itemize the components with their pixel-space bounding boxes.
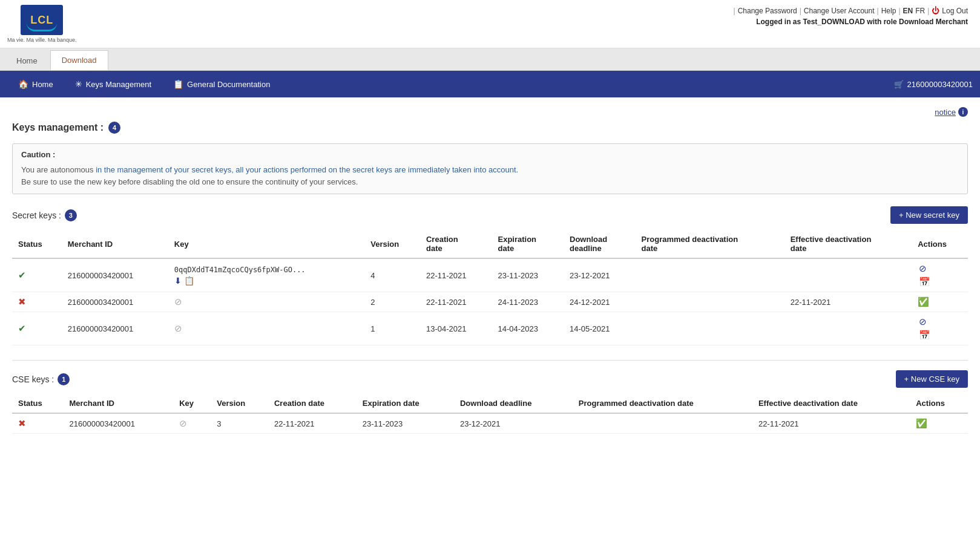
- page-badge: 4: [108, 122, 120, 134]
- power-icon: ⏻: [932, 6, 939, 15]
- sep2: |: [800, 7, 801, 15]
- secret-keys-title: Secret keys : 3: [12, 209, 77, 221]
- logo: LCL: [21, 5, 63, 35]
- eff-deactivation-cell: 22-11-2021: [784, 292, 912, 312]
- cse-actions-cell: ✅: [910, 413, 968, 434]
- logo-tagline: Ma vie. Ma ville. Ma banque.: [7, 37, 77, 43]
- cse-th-creation-date: Creation date: [268, 394, 357, 413]
- caution-box: Caution : You are autonomous in the mana…: [12, 143, 968, 194]
- secret-keys-table: Status Merchant ID Key Version Creationd…: [12, 230, 968, 345]
- notice-info-icon: i: [958, 107, 968, 117]
- nav-keys-management[interactable]: ✳ Keys Management: [64, 71, 162, 97]
- cse-keys-label: CSE keys :: [12, 374, 54, 384]
- secret-keys-label: Secret keys :: [12, 211, 61, 220]
- nav-general-docs[interactable]: 📋 General Documentation: [162, 71, 281, 97]
- download-deadline-cell: 23-12-2021: [564, 258, 636, 292]
- x-icon: ✖: [18, 296, 26, 307]
- version-cell: 1: [364, 312, 420, 345]
- notice-link[interactable]: notice i: [935, 107, 968, 117]
- notice-row: notice i: [12, 107, 968, 117]
- calendar-icon[interactable]: 📅: [919, 276, 961, 287]
- th-creation-date: Creationdate: [420, 230, 492, 258]
- cse-th-version: Version: [211, 394, 268, 413]
- nav-merchant-id: 216000003420001: [907, 80, 973, 89]
- no-key-icon: ⊘: [174, 296, 182, 307]
- th-eff-deactivation: Effective deactivationdate: [784, 230, 912, 258]
- cse-th-status: Status: [12, 394, 64, 413]
- help-link[interactable]: Help: [881, 7, 896, 15]
- prog-deactivation-cell: [636, 312, 784, 345]
- th-status: Status: [12, 230, 62, 258]
- docs-icon: 📋: [173, 79, 183, 89]
- cart-icon: 🛒: [894, 80, 904, 89]
- cse-keys-table: Status Merchant ID Key Version Creation …: [12, 394, 968, 434]
- tab-bar: Home Download: [0, 48, 980, 71]
- status-cell: ✖: [12, 292, 62, 312]
- sep1: |: [734, 7, 735, 15]
- download-deadline-cell: 14-05-2021: [564, 312, 636, 345]
- change-password-link[interactable]: Change Password: [738, 7, 797, 15]
- edit-icon[interactable]: ⊘: [919, 316, 961, 327]
- caution-title: Caution :: [21, 150, 959, 159]
- cse-th-actions: Actions: [910, 394, 968, 413]
- expiration-date-cell: 23-11-2023: [492, 258, 564, 292]
- nav-docs-label: General Documentation: [187, 80, 270, 89]
- check-circle-icon[interactable]: ✅: [918, 296, 929, 307]
- prog-deactivation-cell: [636, 292, 784, 312]
- table-row: ✔216000003420001⊘113-04-202114-04-202314…: [12, 312, 968, 345]
- check-circle-icon[interactable]: ✅: [916, 418, 927, 428]
- cse-version-cell: 3: [211, 413, 268, 434]
- copy-key-icon[interactable]: 📋: [184, 276, 194, 286]
- lang-en-link[interactable]: EN: [903, 7, 913, 15]
- key-value: 0qqDXddT41mZqcoCQys6fpXW-GO...: [174, 266, 306, 274]
- cse-status-cell: ✖: [12, 413, 64, 434]
- calendar-icon[interactable]: 📅: [919, 330, 961, 341]
- check-icon: ✔: [18, 270, 26, 280]
- nav-keys-label: Keys Management: [86, 80, 151, 89]
- logout-link[interactable]: Log Out: [942, 7, 968, 15]
- th-merchant-id: Merchant ID: [62, 230, 168, 258]
- new-secret-key-button[interactable]: + New secret key: [890, 206, 968, 224]
- expiration-date-cell: 14-04-2023: [492, 312, 564, 345]
- th-download-deadline: Downloaddeadline: [564, 230, 636, 258]
- download-key-icon[interactable]: ⬇: [174, 276, 182, 286]
- eff-deactivation-cell: [784, 258, 912, 292]
- download-deadline-cell: 24-12-2021: [564, 292, 636, 312]
- page-title-row: Keys management : 4: [12, 122, 968, 134]
- creation-date-cell: 22-11-2021: [420, 258, 492, 292]
- merchant-id-cell: 216000003420001: [62, 292, 168, 312]
- check-icon: ✔: [18, 323, 26, 333]
- cse-eff-deactivation-cell: 22-11-2021: [752, 413, 910, 434]
- actions-cell: ⊘📅: [912, 312, 968, 345]
- cse-th-expiration-date: Expiration date: [357, 394, 454, 413]
- creation-date-cell: 22-11-2021: [420, 292, 492, 312]
- th-expiration-date: Expirationdate: [492, 230, 564, 258]
- cse-merchant-id-cell: 216000003420001: [64, 413, 174, 434]
- tab-home[interactable]: Home: [5, 51, 49, 70]
- table-row: ✔2160000034200010qqDXddT41mZqcoCQys6fpXW…: [12, 258, 968, 292]
- x-icon: ✖: [18, 418, 26, 428]
- nav-home[interactable]: 🏠 Home: [7, 71, 64, 97]
- change-user-account-link[interactable]: Change User Account: [804, 7, 875, 15]
- notice-label: notice: [935, 108, 956, 117]
- new-cse-key-button[interactable]: + New CSE key: [896, 370, 968, 388]
- th-version: Version: [364, 230, 420, 258]
- merchant-id-cell: 216000003420001: [62, 312, 168, 345]
- th-actions: Actions: [912, 230, 968, 258]
- tab-download[interactable]: Download: [50, 50, 108, 70]
- secret-keys-badge: 3: [65, 209, 77, 221]
- edit-icon[interactable]: ⊘: [919, 263, 961, 274]
- cse-creation-date-cell: 22-11-2021: [268, 413, 357, 434]
- nav-merchant: 🛒 216000003420001: [894, 80, 973, 89]
- sep5: |: [927, 7, 929, 15]
- top-right: | Change Password | Change User Account …: [729, 2, 973, 30]
- lang-fr-link[interactable]: FR: [915, 7, 925, 15]
- sep3: |: [877, 7, 879, 15]
- top-links: | Change Password | Change User Account …: [734, 6, 968, 15]
- top-bar: LCL Ma vie. Ma ville. Ma banque. | Chang…: [0, 0, 980, 48]
- content-area: notice i Keys management : 4 Caution : Y…: [0, 97, 980, 458]
- version-cell: 2: [364, 292, 420, 312]
- th-prog-deactivation: Programmed deactivationdate: [636, 230, 784, 258]
- key-cell: ⊘: [168, 312, 364, 345]
- cse-prog-deactivation-cell: [573, 413, 752, 434]
